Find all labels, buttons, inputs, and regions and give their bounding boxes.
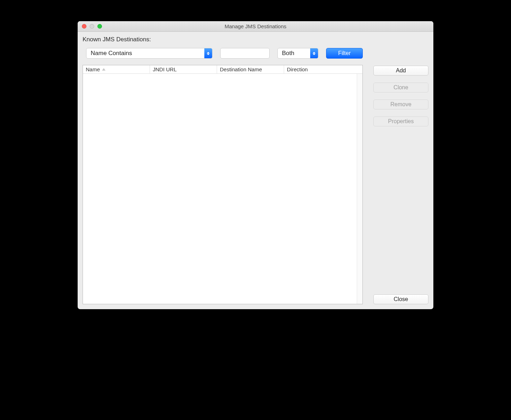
- titlebar: Manage JMS Destinations: [78, 21, 433, 32]
- properties-button: Properties: [373, 116, 428, 126]
- filter-mode-value: Name Contains: [86, 48, 204, 58]
- remove-button: Remove: [373, 100, 428, 109]
- table-header: Name JNDI URL Destination Name Direction: [83, 65, 362, 74]
- column-header-destination-name[interactable]: Destination Name: [217, 65, 284, 73]
- column-label: JNDI URL: [153, 66, 177, 72]
- content-area: Known JMS Destinations: Name Contains Bo…: [78, 32, 433, 309]
- column-label: Direction: [287, 66, 308, 72]
- main-row: Name JNDI URL Destination Name Direction: [83, 65, 428, 304]
- table-scrollbar[interactable]: [357, 74, 362, 304]
- column-label: Name: [86, 66, 100, 72]
- filter-direction-value: Both: [278, 48, 310, 58]
- window-title: Manage JMS Destinations: [78, 23, 433, 29]
- filter-mode-select[interactable]: Name Contains: [86, 48, 212, 59]
- clone-button: Clone: [373, 83, 428, 92]
- minimize-window-icon: [90, 24, 94, 29]
- filter-text-input[interactable]: [220, 48, 270, 59]
- table-body: [83, 74, 362, 304]
- filter-button[interactable]: Filter: [326, 48, 363, 59]
- filter-direction-select[interactable]: Both: [277, 48, 318, 59]
- spacer: [373, 133, 428, 287]
- dialog-window: Manage JMS Destinations Known JMS Destin…: [78, 21, 433, 309]
- destinations-table: Name JNDI URL Destination Name Direction: [83, 65, 363, 304]
- traffic-lights: [78, 24, 102, 29]
- filter-row: Name Contains Both Filter: [83, 48, 428, 59]
- add-button[interactable]: Add: [373, 66, 428, 76]
- section-label: Known JMS Destinations:: [83, 36, 428, 43]
- close-window-icon[interactable]: [82, 24, 86, 29]
- side-buttons: Add Clone Remove Properties Close: [373, 65, 428, 304]
- chevron-updown-icon: [204, 48, 212, 58]
- close-button[interactable]: Close: [373, 294, 428, 304]
- chevron-updown-icon: [310, 48, 318, 58]
- column-header-jndi-url[interactable]: JNDI URL: [150, 65, 217, 73]
- zoom-window-icon[interactable]: [97, 24, 102, 29]
- column-header-name[interactable]: Name: [83, 65, 150, 73]
- column-label: Destination Name: [220, 66, 262, 72]
- sort-asc-icon: [102, 68, 106, 71]
- column-header-direction[interactable]: Direction: [284, 65, 362, 73]
